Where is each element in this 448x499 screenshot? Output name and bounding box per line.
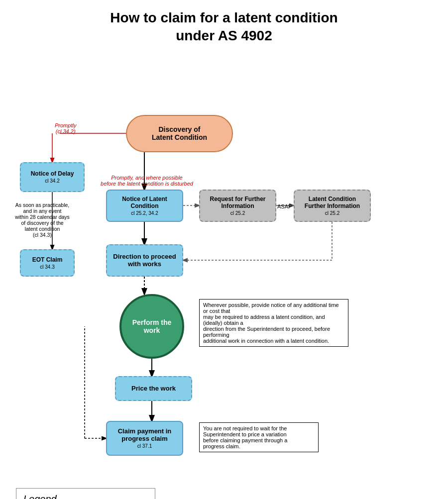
claim-label: Claim payment in progress claim [118, 427, 172, 442]
notice-delay-sub: cl 34.2 [45, 178, 59, 184]
annotation-as-soon: As soon as practicable, and in any event… [12, 202, 72, 238]
request-info-node: Request for Further Information cl 25.2 [199, 190, 276, 222]
latent-info-label: Latent Condition Further Information [305, 196, 360, 209]
direction-node: Direction to proceed with works [106, 244, 183, 277]
claim-note-text: You are not required to wait for the Sup… [203, 425, 287, 449]
eot-label: EOT Claim [32, 256, 63, 263]
latent-info-node: Latent Condition Further Information cl … [294, 190, 371, 222]
notice-latent-node: Notice of Latent Condition cl 25.2, 34.2 [106, 190, 183, 222]
request-info-label: Request for Further Information [210, 196, 265, 209]
as-soon-text: As soon as practicable, and in any event… [12, 202, 72, 238]
notice-latent-label: Notice of Latent Condition [122, 196, 167, 209]
promptly-before-text: Promptly, and where possible before the … [101, 175, 193, 187]
eot-node: EOT Claim cl 34.3 [20, 249, 75, 277]
eot-sub: cl 34.3 [40, 264, 54, 270]
discovery-node: Discovery of Latent Condition [126, 115, 233, 152]
notice-delay-node: Notice of Delay cl 34.2 [20, 162, 85, 192]
annotation-promptly: Promptly (cl 34.2) [55, 122, 76, 134]
claim-note-box: You are not required to wait for the Sup… [199, 422, 319, 452]
asap-text: ASAP [277, 203, 292, 209]
page-title: How to claim for a latent condition unde… [0, 0, 448, 50]
annotation-promptly-before: Promptly, and where possible before the … [97, 175, 197, 187]
diagram-area: Discovery of Latent Condition Notice of … [0, 50, 448, 473]
perform-node: Perform the work [119, 294, 184, 359]
discovery-label: Discovery of Latent Condition [152, 125, 207, 141]
price-node: Price the work [115, 376, 192, 401]
legend-box: Legend Step to be performed by the Contr… [16, 488, 155, 499]
claim-sub: cl 37.1 [137, 443, 152, 449]
title-line1: How to claim for a latent condition [110, 10, 337, 25]
legend-title: Legend [23, 494, 148, 499]
perform-note-box: Wherever possible, provide notice of any… [199, 299, 348, 347]
price-label: Price the work [131, 385, 176, 392]
notice-delay-label: Notice of Delay [31, 170, 74, 177]
perform-label: Perform the work [132, 318, 172, 334]
perform-note-text: Wherever possible, provide notice of any… [203, 302, 339, 344]
promptly-text: Promptly (cl 34.2) [55, 122, 76, 134]
latent-info-sub: cl 25.2 [325, 210, 339, 216]
direction-label: Direction to proceed with works [113, 253, 176, 268]
notice-latent-sub: cl 25.2, 34.2 [131, 210, 158, 216]
asap-label: ASAP [277, 203, 292, 209]
title-line2: under AS 4902 [176, 28, 272, 43]
request-info-sub: cl 25.2 [230, 210, 245, 216]
claim-node: Claim payment in progress claim cl 37.1 [106, 421, 183, 456]
